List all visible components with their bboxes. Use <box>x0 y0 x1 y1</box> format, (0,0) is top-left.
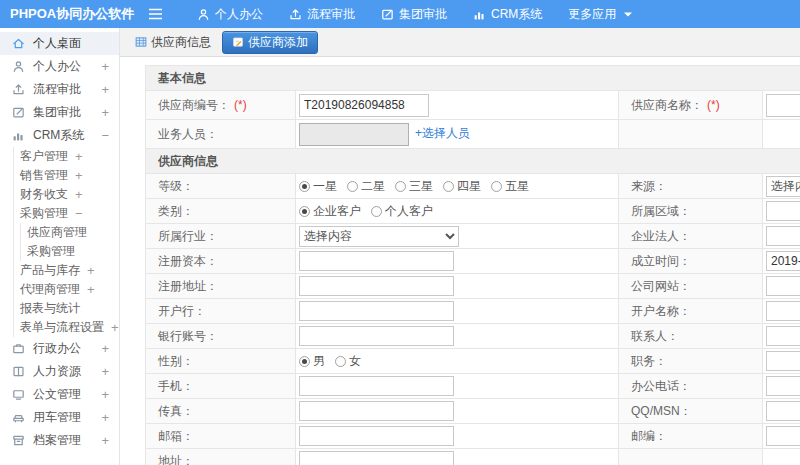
field-label: 性别： <box>146 349 296 374</box>
radio-button[interactable] <box>347 181 358 192</box>
sidebar-item[interactable]: 采购管理 <box>21 242 119 261</box>
topnav-item[interactable]: 个人办公 <box>197 6 263 23</box>
sidebar-item[interactable]: 代理商管理+ <box>14 280 119 299</box>
bank-input[interactable] <box>299 301 454 321</box>
level-radio-option[interactable]: 三星 <box>395 178 433 195</box>
gender-radio-option[interactable]: 女 <box>335 353 361 370</box>
sidebar-item[interactable]: 行政办公+ <box>0 337 119 360</box>
founded-date-input[interactable] <box>766 251 800 271</box>
level-radio-option[interactable]: 一星 <box>299 178 337 195</box>
expander-icon[interactable]: + <box>101 433 109 448</box>
qq-msn-input[interactable] <box>766 401 800 421</box>
expander-icon[interactable]: + <box>101 410 109 425</box>
category-radio-option[interactable]: 个人客户 <box>371 203 433 220</box>
app-title: PHPOA协同办公软件 <box>0 5 130 23</box>
radio-button[interactable] <box>395 181 406 192</box>
menu-toggle-icon[interactable] <box>148 8 163 20</box>
field-label: 成立时间： <box>619 249 763 274</box>
archive-icon <box>12 434 26 448</box>
expander-icon[interactable]: + <box>101 59 109 74</box>
expander-icon[interactable]: + <box>101 341 109 356</box>
region-input[interactable] <box>766 201 800 221</box>
topnav-item[interactable]: 集团审批 <box>381 6 447 23</box>
sidebar-item[interactable]: 报表与统计 <box>14 299 119 318</box>
contact-input[interactable] <box>766 326 800 346</box>
supplier-code-input[interactable] <box>299 94 429 117</box>
mobile-input[interactable] <box>299 376 454 396</box>
address-input[interactable] <box>299 451 454 465</box>
expander-icon[interactable]: − <box>101 128 109 143</box>
radio-button[interactable] <box>371 206 382 217</box>
topnav-item[interactable]: 更多应用 <box>568 6 632 23</box>
sidebar-item[interactable]: 流程审批+ <box>0 78 119 101</box>
category-radio-option[interactable]: 企业客户 <box>299 203 361 220</box>
sidebar-item[interactable]: 供应商管理 <box>21 223 119 242</box>
expander-icon[interactable]: + <box>87 282 95 297</box>
radio-button[interactable] <box>299 181 310 192</box>
tab-item[interactable]: 供应商信息 <box>133 31 213 54</box>
sidebar-item[interactable]: 表单与流程设置+ <box>14 318 119 337</box>
sidebar-item[interactable]: CRM系统− <box>0 124 119 147</box>
sidebar-item[interactable]: 个人桌面 <box>0 32 119 55</box>
topnav-item[interactable]: 流程审批 <box>289 6 355 23</box>
position-input[interactable] <box>766 351 800 371</box>
field-value <box>296 299 619 324</box>
supplier-form: 基本信息供应商编号：(*)供应商名称：(*)业务人员：+选择人员供应商信息等级：… <box>145 65 800 465</box>
registered-capital-input[interactable] <box>299 251 454 271</box>
legal-person-input[interactable] <box>766 226 800 246</box>
registered-address-input[interactable] <box>299 276 454 296</box>
radio-button[interactable] <box>443 181 454 192</box>
sidebar-item[interactable]: 用车管理+ <box>0 406 119 429</box>
sidebar: 个人桌面个人办公+流程审批+集团审批+CRM系统−客户管理+销售管理+财务收支+… <box>0 28 120 465</box>
industry-select[interactable]: 选择内容 <box>299 226 459 247</box>
radio-label: 女 <box>349 353 361 370</box>
expander-icon[interactable]: + <box>111 320 119 335</box>
choose-person-link[interactable]: +选择人员 <box>415 126 470 140</box>
level-radio-option[interactable]: 四星 <box>443 178 481 195</box>
supplier-name-input[interactable] <box>766 94 800 117</box>
email-input[interactable] <box>299 426 454 446</box>
sidebar-item[interactable]: 客户管理+ <box>14 147 119 166</box>
radio-button[interactable] <box>491 181 502 192</box>
source-select[interactable]: 选择内容 <box>766 176 800 197</box>
expander-icon[interactable]: + <box>101 105 109 120</box>
account-name-input[interactable] <box>766 301 800 321</box>
expander-icon[interactable]: + <box>75 168 83 183</box>
sidebar-item[interactable]: 公文管理+ <box>0 383 119 406</box>
office-phone-input[interactable] <box>766 376 800 396</box>
sidebar-item[interactable]: 财务收支+ <box>14 185 119 204</box>
bank-account-input[interactable] <box>299 326 454 346</box>
sidebar-item[interactable]: 档案管理+ <box>0 429 119 452</box>
radio-button[interactable] <box>299 356 310 367</box>
expander-icon[interactable]: + <box>75 149 83 164</box>
expander-icon[interactable]: − <box>75 206 83 221</box>
expander-icon[interactable]: + <box>101 364 109 379</box>
expander-icon[interactable]: + <box>101 82 109 97</box>
tab-active[interactable]: 供应商添加 <box>222 31 318 54</box>
business-person-input[interactable] <box>299 123 409 146</box>
sidebar-item[interactable]: 集团审批+ <box>0 101 119 124</box>
form-row: 手机：办公电话： <box>146 374 800 399</box>
sidebar-item[interactable]: 采购管理− <box>14 204 119 223</box>
sidebar-item[interactable]: 产品与库存+ <box>14 261 119 280</box>
expander-icon[interactable]: + <box>75 187 83 202</box>
required-marker: (*) <box>707 98 720 112</box>
radio-button[interactable] <box>335 356 346 367</box>
sidebar-item[interactable]: 人力资源+ <box>0 360 119 383</box>
fax-input[interactable] <box>299 401 454 421</box>
sidebar-item-label: 财务收支 <box>20 186 68 203</box>
radio-button[interactable] <box>299 206 310 217</box>
zip-input[interactable] <box>766 426 800 446</box>
website-input[interactable] <box>766 276 800 296</box>
field-label-text: 成立时间： <box>631 254 691 268</box>
sidebar-item[interactable]: 销售管理+ <box>14 166 119 185</box>
field-value: 企业客户个人客户 <box>296 199 619 224</box>
expander-icon[interactable]: + <box>101 387 109 402</box>
caret-down-icon <box>624 12 632 17</box>
level-radio-option[interactable]: 五星 <box>491 178 529 195</box>
sidebar-item[interactable]: 个人办公+ <box>0 55 119 78</box>
level-radio-option[interactable]: 二星 <box>347 178 385 195</box>
expander-icon[interactable]: + <box>87 263 95 278</box>
gender-radio-option[interactable]: 男 <box>299 353 325 370</box>
topnav-item[interactable]: CRM系统 <box>473 6 542 23</box>
